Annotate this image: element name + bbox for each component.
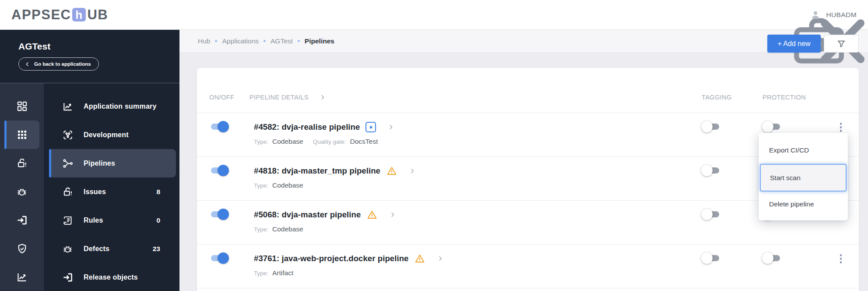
type-value: Codebase — [272, 181, 303, 189]
column-tagging: TAGGING — [702, 94, 763, 101]
tagging-toggle[interactable] — [702, 209, 721, 220]
expand-details-chevron-icon[interactable] — [319, 94, 326, 101]
warning-icon — [366, 209, 378, 220]
rules-count-badge: 0 — [156, 216, 160, 224]
sidebar: AGTest Go back to applications Applicati… — [0, 30, 179, 291]
breadcrumb-dot — [298, 40, 300, 42]
filter-button[interactable] — [824, 35, 859, 53]
pipeline-title: #4818: dvja-master_tmp pipeline — [254, 166, 380, 176]
sidebar-item-issues[interactable]: Issues 8 — [49, 177, 176, 206]
favorite-star-badge — [365, 122, 376, 132]
open-pipeline-chevron-icon[interactable] — [389, 211, 396, 218]
sidebar-item-development[interactable]: Development — [49, 121, 176, 149]
scroll-icon — [62, 215, 74, 226]
tagging-toggle[interactable] — [702, 252, 721, 264]
row-kebab-menu-icon[interactable] — [837, 253, 845, 264]
rail-issues-lock-icon[interactable] — [4, 149, 39, 177]
icon-rail — [0, 83, 44, 291]
pipeline-details-cell: #5068: dvja-master pipeline Type: Codeba… — [250, 201, 702, 244]
username[interactable]: HUBADM — [826, 11, 857, 19]
sidebar-item-rules[interactable]: Rules 0 — [49, 206, 176, 234]
appsechub-logo: APPSEC h UB — [11, 7, 108, 23]
table-header: ON/OFF PIPELINE DETAILS TAGGING PROTECTI… — [197, 68, 859, 113]
go-back-label: Go back to applications — [34, 61, 91, 67]
menu-label: Development — [84, 131, 129, 139]
pipeline-title: #4582: dvja-realise pipeline — [254, 122, 360, 132]
pipeline-onoff-toggle[interactable] — [209, 121, 228, 132]
sidebar-item-release-objects[interactable]: Release objects — [49, 263, 176, 291]
column-pipeline-details: PIPELINE DETAILS — [250, 94, 309, 101]
sidebar-body: Application summary Development Pipeline… — [0, 83, 179, 291]
pipeline-context-menu: Export CI/CD Start scan Delete pipeline — [759, 133, 848, 220]
rail-dashboard-icon[interactable] — [4, 92, 39, 121]
menu-label: Application summary — [84, 103, 157, 110]
row-kebab-menu-icon[interactable] — [837, 122, 845, 133]
logo-accent-h: h — [72, 8, 86, 21]
open-pipeline-chevron-icon[interactable] — [437, 255, 444, 262]
briefcase-icon[interactable] — [753, 8, 766, 21]
protection-toggle[interactable] — [763, 121, 782, 132]
unlock-alert-icon — [62, 186, 74, 198]
menu-label: Issues — [84, 188, 106, 196]
development-icon — [62, 129, 74, 141]
go-back-button[interactable]: Go back to applications — [18, 57, 99, 71]
type-label: Type: — [254, 138, 268, 145]
top-bar: APPSEC h UB HUBADM — [0, 0, 868, 30]
funnel-icon — [836, 39, 846, 49]
bug-icon — [62, 243, 74, 255]
summary-chart-icon — [62, 101, 74, 112]
rail-release-exit-icon[interactable] — [4, 206, 39, 234]
pipeline-fork-icon — [62, 158, 74, 169]
breadcrumb-dot — [215, 40, 217, 42]
page-toolbar: + Add new — [767, 35, 859, 53]
sidebar-item-defects[interactable]: Defects 23 — [49, 234, 176, 263]
breadcrumb-agtest[interactable]: AGTest — [271, 37, 293, 45]
sidebar-item-application-summary[interactable]: Application summary — [49, 92, 176, 121]
rail-chart-icon[interactable] — [4, 263, 39, 291]
context-menu-item-export-cicd[interactable]: Export CI/CD — [759, 133, 848, 164]
type-value: Codebase — [272, 225, 303, 233]
sidebar-header: AGTest Go back to applications — [0, 30, 179, 83]
exit-icon — [62, 272, 74, 283]
open-pipeline-chevron-icon[interactable] — [387, 124, 394, 131]
protection-toggle[interactable] — [763, 252, 782, 264]
quality-gate-label: Quality gate: — [313, 138, 346, 145]
quality-gate-value: DocsTest — [350, 138, 378, 146]
pipeline-title: #5068: dvja-master pipeline — [254, 210, 361, 220]
pipeline-details-cell: #3761: java-web-project.docker pipeline … — [250, 245, 702, 288]
tagging-toggle[interactable] — [702, 165, 721, 176]
menu-label: Release objects — [84, 273, 138, 281]
pipeline-onoff-toggle[interactable] — [209, 165, 228, 176]
pipeline-onoff-toggle[interactable] — [209, 252, 228, 264]
issues-count-badge: 8 — [156, 188, 160, 196]
rail-applications-icon[interactable] — [4, 121, 39, 149]
menu-label: Pipelines — [84, 160, 115, 167]
tagging-toggle[interactable] — [702, 121, 721, 132]
breadcrumb-applications[interactable]: Applications — [222, 37, 259, 45]
column-on-off: ON/OFF — [197, 94, 250, 101]
warning-icon — [414, 253, 425, 264]
rail-defects-bug-icon[interactable] — [4, 177, 39, 206]
rail-shield-icon[interactable] — [4, 234, 39, 263]
main-content: Hub Applications AGTest Pipelines + Add … — [179, 30, 868, 291]
breadcrumb-pipelines-current: Pipelines — [305, 37, 334, 45]
open-pipeline-chevron-icon[interactable] — [409, 167, 416, 174]
logo-text-prefix: APPSEC — [11, 7, 71, 23]
context-menu-item-start-scan[interactable]: Start scan — [760, 164, 847, 192]
context-menu-item-delete-pipeline[interactable]: Delete pipeline — [759, 192, 848, 220]
defects-count-badge: 23 — [153, 245, 160, 253]
pipeline-title: #3761: java-web-project.docker pipeline — [254, 254, 408, 263]
column-protection: PROTECTION — [763, 94, 837, 101]
sidebar-item-pipelines[interactable]: Pipelines — [49, 149, 176, 177]
breadcrumb: Hub Applications AGTest Pipelines — [179, 30, 868, 53]
warning-icon — [386, 165, 397, 177]
sidebar-menu: Application summary Development Pipeline… — [44, 83, 179, 291]
pipeline-row: #3761: java-web-project.docker pipeline … — [197, 245, 859, 288]
tools-icon[interactable] — [777, 8, 790, 21]
user-icon — [809, 9, 822, 21]
application-name: AGTest — [18, 41, 179, 52]
pipeline-onoff-toggle[interactable] — [209, 209, 228, 220]
add-new-button[interactable]: + Add new — [767, 35, 821, 53]
breadcrumb-hub[interactable]: Hub — [198, 37, 210, 45]
pipeline-details-cell: #4582: dvja-realise pipeline Type: Codeb… — [250, 113, 702, 156]
